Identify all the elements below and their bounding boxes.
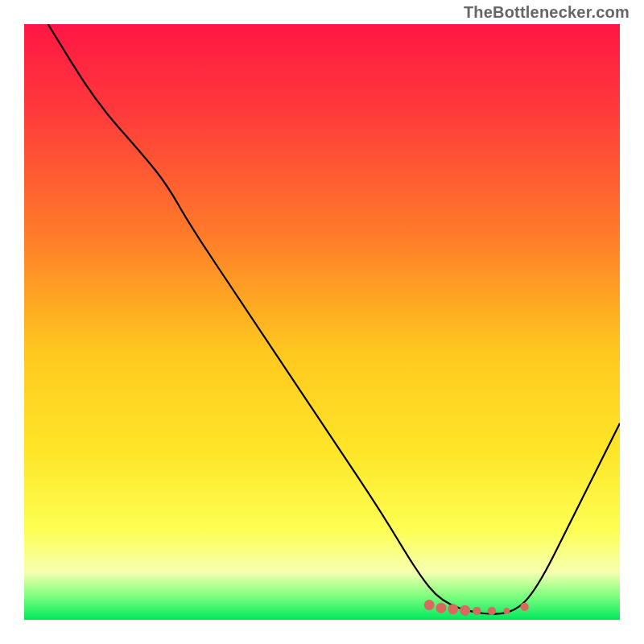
marker-dot: [448, 604, 458, 614]
marker-dot: [473, 607, 481, 615]
marker-dot: [424, 600, 435, 610]
attribution-text: TheBottlenecker.com: [464, 3, 630, 22]
chart-container: [24, 24, 620, 620]
marker-dot: [436, 603, 447, 613]
marker-dot: [488, 607, 496, 615]
marker-dot: [520, 603, 528, 611]
marker-dot: [504, 608, 510, 614]
marker-dot: [460, 605, 470, 616]
gradient-background: [24, 24, 620, 620]
chart-svg: [24, 24, 620, 620]
